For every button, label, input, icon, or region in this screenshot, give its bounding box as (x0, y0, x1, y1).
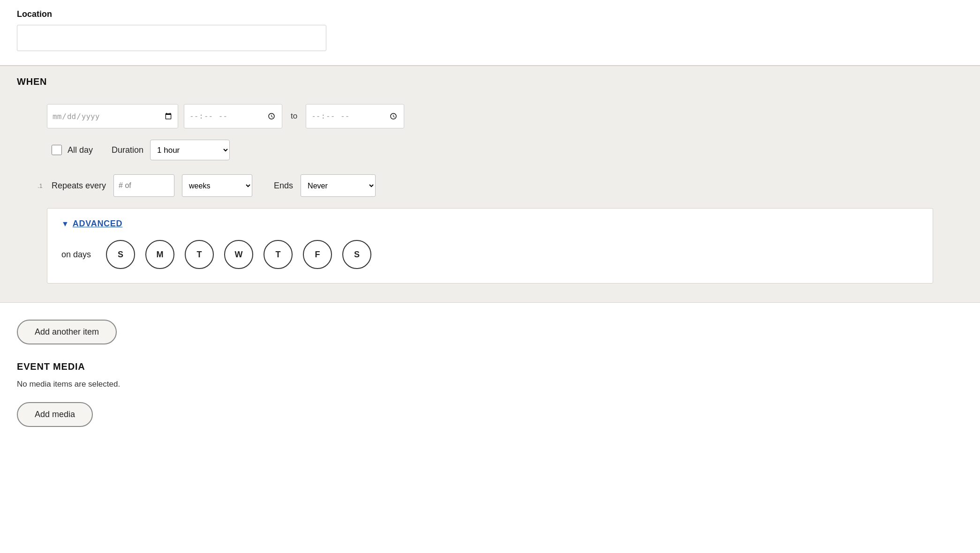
when-header: WHEN (0, 66, 980, 95)
on-days-row: on days S M T W T F S (61, 240, 919, 269)
location-label: Location (17, 9, 963, 19)
location-section: Location (0, 0, 980, 65)
advanced-arrow-icon: ▼ (61, 220, 69, 228)
date-input[interactable] (47, 104, 178, 128)
ends-label: Ends (274, 181, 293, 191)
duration-label: Duration (112, 145, 143, 155)
no-media-text: No media items are selected. (17, 380, 963, 389)
repeats-row: .1 Repeats every weeks days months Ends … (52, 174, 933, 197)
day-circle-tuesday[interactable]: T (185, 240, 214, 269)
to-label: to (288, 112, 300, 121)
repeats-label: Repeats every (52, 181, 106, 191)
allday-checkbox[interactable] (52, 145, 62, 155)
advanced-toggle[interactable]: ▼ ADVANCED (61, 219, 919, 229)
duration-group: Duration 1 hour 30 minutes 2 hours 3 hou… (112, 140, 230, 160)
day-circle-saturday[interactable]: S (342, 240, 371, 269)
allday-duration-row: All day Duration 1 hour 30 minutes 2 hou… (52, 140, 933, 160)
repeats-num-input[interactable] (113, 174, 174, 197)
bottom-section: Add another item EVENT MEDIA No media it… (0, 303, 980, 436)
event-media-header: EVENT MEDIA (17, 361, 963, 372)
when-header-label: WHEN (17, 76, 47, 87)
repeats-unit-select[interactable]: weeks days months (182, 174, 252, 197)
small-dot: .1 (38, 182, 43, 189)
page-container: Location WHEN to All day Dura (0, 0, 980, 436)
day-circle-monday[interactable]: M (145, 240, 174, 269)
when-section: WHEN to All day Duration 1 hour (0, 66, 980, 303)
ends-select[interactable]: Never On date After occurrences (301, 174, 376, 197)
add-another-item-button[interactable]: Add another item (17, 320, 117, 344)
add-media-button[interactable]: Add media (17, 402, 93, 427)
day-circle-friday[interactable]: F (303, 240, 332, 269)
start-time-input[interactable] (184, 104, 282, 128)
day-circle-wednesday[interactable]: W (224, 240, 253, 269)
datetime-row: to (47, 104, 933, 128)
when-body: to All day Duration 1 hour 30 minutes 2 … (0, 95, 980, 302)
on-days-label: on days (61, 250, 91, 260)
advanced-link[interactable]: ADVANCED (73, 219, 122, 229)
duration-select[interactable]: 1 hour 30 minutes 2 hours 3 hours (150, 140, 230, 160)
day-circle-sunday[interactable]: S (106, 240, 135, 269)
allday-group: All day (52, 145, 93, 155)
day-circle-thursday[interactable]: T (264, 240, 293, 269)
location-input[interactable] (17, 25, 326, 51)
advanced-container: ▼ ADVANCED on days S M T W T F S (47, 208, 933, 284)
end-time-input[interactable] (306, 104, 404, 128)
allday-label[interactable]: All day (68, 145, 93, 155)
